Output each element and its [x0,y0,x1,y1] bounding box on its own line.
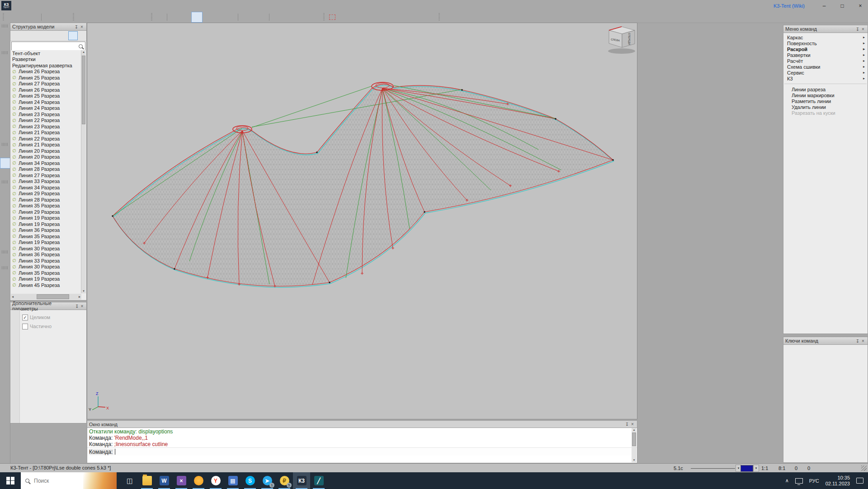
maximize-button[interactable]: □ [836,3,848,9]
tree-item[interactable]: ∅ Линия 22 Разреза [11,136,81,142]
tree-item[interactable]: ∅ Линия 19 Разреза [11,240,81,246]
word-app-icon[interactable]: W [156,472,173,489]
menu-edit[interactable] [25,0,35,11]
floppy-app-icon[interactable]: ▤ [224,472,241,489]
undo-button[interactable] [76,12,87,23]
shade-light-button[interactable] [30,31,40,40]
dimension-tool[interactable] [0,184,10,195]
command-scrollbar[interactable]: ▴▾ [632,428,637,462]
yandex-browser-app-icon[interactable]: Y [207,472,224,489]
tree-item[interactable]: ∅ Линия 26 Разреза [11,69,81,75]
select-contrast-button[interactable] [377,12,388,23]
zoom-all-button[interactable] [271,12,282,23]
tree-item[interactable]: ∅ Линия 20 Разреза [11,148,81,154]
start-button[interactable] [0,472,21,489]
circle-tool[interactable] [0,99,10,109]
checkbox-row[interactable]: ✓ Целиком [22,314,86,321]
edit-dropdown[interactable] [144,12,149,23]
angle-tool[interactable] [0,195,10,206]
solid-tool[interactable] [0,158,10,169]
pin-marker-button[interactable] [68,31,78,40]
select-rect-button[interactable] [326,12,338,23]
tree-item[interactable]: ∅ Линия 34 Разреза [11,160,81,166]
zoom-dynamic-button[interactable] [282,12,293,23]
navigation-cube[interactable]: СЛЕВА СПЕРЕДИ [608,27,635,54]
menu-settings[interactable] [45,0,55,11]
pin-icon[interactable]: ↧ [855,27,860,32]
pin-icon[interactable]: ↧ [75,304,80,309]
paste-button[interactable] [121,12,132,23]
cmd-linii-markirovki[interactable]: Линии маркировки [783,92,868,98]
select-pattern-dropdown[interactable] [405,12,410,23]
menu-objects[interactable] [35,0,45,11]
hide-object-button[interactable] [11,31,21,40]
structure-horizontal-scrollbar[interactable]: ◂▸ [11,294,81,300]
tree-item[interactable]: ∅ Линия 25 Разреза [11,93,81,99]
light-dropdown[interactable] [487,12,492,23]
new-file-button[interactable] [6,12,17,23]
taskbar-search-input[interactable] [33,477,75,484]
surface-tool[interactable] [0,147,10,158]
mirror-tool[interactable] [0,217,10,228]
skype-app-icon[interactable]: S [241,472,259,489]
cmd-razmetit-linii[interactable]: Разметить линии [783,98,868,104]
tree-item-editable-razvertka[interactable]: Редактируемая развертка [11,62,81,69]
view-wireframe-cube-button[interactable] [169,12,180,23]
vscode-app-icon[interactable]: × [173,472,190,489]
keyboard-language[interactable]: РУС [809,478,819,484]
paint-fill-button[interactable] [442,12,453,23]
cmd-udalit-linii[interactable]: Удалить линии [783,104,868,110]
tree-item[interactable]: ∅ Линия 19 Разреза [11,221,81,227]
view-rendered-cube-button[interactable] [214,12,225,23]
filter-button[interactable] [78,31,87,40]
hatch-tool[interactable] [0,270,10,281]
tree-item[interactable]: ∅ Линия 33 Разреза [11,179,81,185]
arc-tool[interactable] [0,88,10,99]
checkbox-row[interactable]: Частично [22,323,86,330]
zoom-dropdown[interactable] [316,12,321,23]
open-file-button[interactable] [17,12,28,23]
tree-item[interactable]: ∅ Линия 30 Разреза [11,264,81,270]
shade-dark-button[interactable] [21,31,30,40]
cmd-poverhnost[interactable]: Поверхность ▸ [783,40,868,46]
telegram-app-icon[interactable]: ➤ 1 [259,472,276,489]
pipette-button[interactable] [453,12,464,23]
select-polygon-dropdown[interactable] [354,12,360,23]
close-button[interactable]: × [854,3,866,9]
color-swatch[interactable] [741,465,753,472]
cut-button[interactable] [99,12,110,23]
select-contrast-dropdown[interactable] [388,12,393,23]
detail-slider[interactable] [691,464,735,473]
close-icon[interactable]: × [79,24,85,29]
wiki-link[interactable]: K3-Tent (Wiki) [774,3,805,9]
resize-grip[interactable] [861,465,867,471]
measure-dropdown[interactable] [251,12,256,23]
copy-objects-button[interactable] [420,12,431,23]
tree-item[interactable]: ∅ Линия 35 Разреза [11,270,81,276]
viewports-button[interactable] [154,12,165,23]
mode-3d-dropdown[interactable] [415,12,420,23]
polyline-tool[interactable] [0,77,10,88]
print-dropdown[interactable] [66,12,71,23]
cmd-servis[interactable]: Сервис ▸ [783,70,868,75]
cmd-raschet[interactable]: Расчёт ▸ [783,58,868,64]
tree-item-razvertki[interactable]: Развертки [11,56,81,63]
layers-tool[interactable] [0,239,10,249]
brush-app-icon[interactable]: ╱ [310,472,327,489]
snap-tool[interactable] [0,28,10,39]
copy-objects-dropdown[interactable] [431,12,437,23]
cmd-k3[interactable]: К3 ▸ [783,75,868,81]
tree-item[interactable]: ∅ Линия 19 Разреза [11,276,81,282]
cmd-karkas[interactable]: Каркас ▸ [783,34,868,40]
tree-item[interactable]: ∅ Линия 23 Разреза [11,123,81,130]
close-icon[interactable]: × [860,27,866,32]
save-file-button[interactable] [28,12,40,23]
tree-item[interactable]: ∅ Линия 27 Разреза [11,81,81,87]
tray-chevron-icon[interactable]: ∧ [785,478,789,484]
materials-palette-button[interactable] [464,12,476,23]
task-view-button[interactable]: ◫ [121,472,138,489]
tree-item[interactable]: ∅ Линия 20 Разреза [11,154,81,160]
light-button[interactable] [476,12,487,23]
cmd-raskroy[interactable]: Раскрой ▸ [783,46,868,52]
redo-button[interactable] [87,12,99,23]
